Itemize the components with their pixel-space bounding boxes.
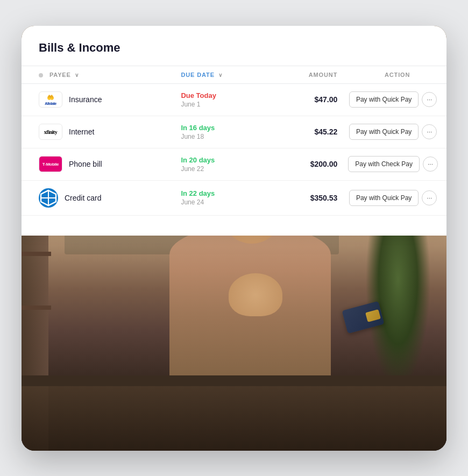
table-row: 🤲 Allstate Insurance Due Today June 1 $4…: [22, 83, 446, 116]
col-header-duedate: DUE DATE ∨: [181, 66, 272, 83]
action-cell-xfinity: Pay with Quick Pay ···: [348, 116, 446, 148]
col-header-action: ACTION: [348, 66, 446, 83]
more-button-allstate[interactable]: ···: [422, 92, 437, 107]
duedate-sort-icon[interactable]: ∨: [218, 72, 223, 78]
amount-cell-allstate: $47.00: [273, 83, 348, 116]
table-row: Credit card In 22 days June 24 $350.53 P…: [22, 180, 446, 215]
due-status-xfinity: In 16 days: [181, 124, 272, 132]
payee-cell-chase: Credit card: [22, 180, 181, 215]
table-row: xfinity Internet In 16 days June 18 $45.…: [22, 116, 446, 148]
allstate-logo: 🤲 Allstate: [39, 91, 62, 108]
payee-cell-xfinity: xfinity Internet: [22, 116, 181, 148]
pay-button-tmobile[interactable]: Pay with Check Pay: [348, 156, 420, 172]
bills-panel: Bills & Income PAYEE ∨ DUE DATE ∨ AMOUNT: [22, 26, 446, 236]
payee-name-chase: Credit card: [65, 194, 101, 202]
due-date-sub-xfinity: June 18: [181, 133, 272, 140]
action-cell-tmobile: Pay with Check Pay ···: [348, 148, 446, 180]
payee-sort-icon[interactable]: ∨: [75, 72, 79, 78]
payee-name-allstate: Insurance: [69, 95, 102, 104]
main-container: Bills & Income PAYEE ∨ DUE DATE ∨ AMOUNT: [22, 26, 446, 451]
due-date-sub-allstate: June 1: [181, 101, 272, 108]
pay-button-chase[interactable]: Pay with Quick Pay: [349, 190, 419, 206]
bills-table: PAYEE ∨ DUE DATE ∨ AMOUNT ACTION: [22, 66, 446, 216]
payee-name-xfinity: Internet: [69, 127, 94, 136]
due-date-sub-tmobile: June 22: [181, 165, 272, 173]
action-cell-chase: Pay with Quick Pay ···: [348, 180, 446, 215]
xfinity-logo: xfinity: [39, 124, 62, 140]
due-status-tmobile: In 20 days: [181, 156, 272, 164]
pay-button-allstate[interactable]: Pay with Quick Pay: [349, 91, 419, 108]
more-button-tmobile[interactable]: ···: [423, 157, 438, 172]
col-header-amount: AMOUNT: [273, 66, 348, 83]
payee-name-tmobile: Phone bill: [69, 160, 102, 168]
due-date-sub-chase: June 24: [181, 198, 272, 206]
due-status-chase: In 22 days: [181, 189, 272, 197]
action-cell-allstate: Pay with Quick Pay ···: [348, 83, 446, 116]
payee-cell-tmobile: T‑Mobile Phone bill: [22, 148, 181, 180]
chase-logo: [39, 188, 58, 208]
duedate-cell-tmobile: In 20 days June 22: [181, 148, 272, 180]
table-row: T‑Mobile Phone bill In 20 days June 22 $…: [22, 148, 446, 180]
due-status-allstate: Due Today: [181, 91, 272, 100]
duedate-cell-xfinity: In 16 days June 18: [181, 116, 272, 148]
more-button-chase[interactable]: ···: [422, 190, 437, 205]
amount-cell-chase: $350.53: [273, 180, 348, 215]
amount-cell-xfinity: $45.22: [273, 116, 348, 148]
more-button-xfinity[interactable]: ···: [422, 124, 437, 139]
page-title: Bills & Income: [22, 26, 446, 66]
pay-button-xfinity[interactable]: Pay with Quick Pay: [349, 124, 419, 140]
col-header-payee: PAYEE ∨: [22, 66, 181, 83]
payee-dot: [39, 73, 43, 77]
amount-cell-tmobile: $200.00: [273, 148, 348, 180]
tmobile-logo: T‑Mobile: [39, 156, 62, 172]
payee-cell-allstate: 🤲 Allstate Insurance: [22, 83, 181, 116]
duedate-cell-chase: In 22 days June 24: [181, 180, 272, 215]
duedate-cell-allstate: Due Today June 1: [181, 83, 272, 116]
